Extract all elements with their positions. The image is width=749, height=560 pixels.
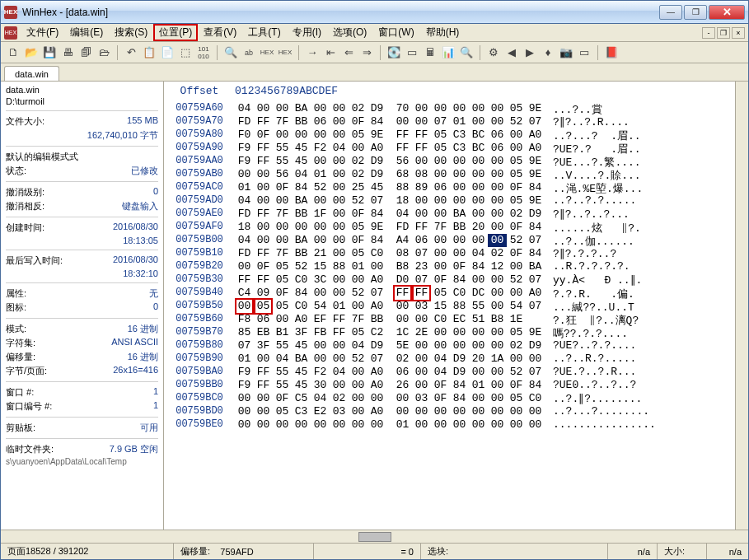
menu-view[interactable]: 查看(V): [198, 24, 242, 41]
byte-cell[interactable]: 00: [330, 115, 349, 128]
byte-cell[interactable]: 00: [412, 352, 431, 366]
byte-cell[interactable]: 00: [507, 352, 526, 366]
ascii-cell[interactable]: ..?..伽......: [545, 234, 735, 247]
byte-cell[interactable]: 01: [235, 181, 254, 194]
ascii-cell[interactable]: ...緘??..U..T: [545, 300, 735, 313]
byte-cell[interactable]: 00: [367, 392, 386, 405]
byte-cell[interactable]: FF: [254, 247, 273, 260]
byte-cell[interactable]: 00: [488, 326, 507, 339]
skip-fwd-icon[interactable]: ▶: [522, 45, 537, 60]
byte-cell[interactable]: 7F: [431, 221, 450, 234]
camera-icon[interactable]: 📷: [559, 45, 573, 60]
byte-cell[interactable]: 3C: [311, 273, 330, 287]
hex-row[interactable]: 00759B90010004BA00005207020004D9201A0000…: [164, 352, 735, 366]
byte-cell[interactable]: 05: [349, 247, 367, 260]
byte-cell[interactable]: 20: [469, 221, 488, 234]
byte-cell[interactable]: 00: [431, 260, 450, 273]
byte-cell[interactable]: 84: [367, 208, 386, 221]
undo-icon[interactable]: ↶: [124, 45, 138, 60]
byte-cell[interactable]: 05: [273, 405, 292, 418]
byte-cell[interactable]: F8: [235, 313, 254, 326]
ascii-cell[interactable]: ..R.?.?.?.?.: [545, 260, 735, 273]
byte-cell[interactable]: 0F: [450, 260, 469, 273]
byte-cell[interactable]: 18: [393, 194, 412, 208]
byte-cell[interactable]: 00: [431, 339, 450, 352]
byte-cell[interactable]: 04: [393, 208, 412, 221]
byte-cell[interactable]: 00: [330, 155, 349, 168]
byte-cell[interactable]: 7F: [349, 313, 367, 326]
byte-cell[interactable]: 00: [526, 352, 545, 366]
byte-cell[interactable]: 01: [349, 260, 367, 273]
byte-cell[interactable]: 45: [292, 339, 311, 352]
ascii-cell[interactable]: ..?...?........: [545, 405, 735, 418]
byte-cell[interactable]: 00: [273, 221, 292, 234]
byte-cell[interactable]: FD: [393, 221, 412, 234]
byte-cell[interactable]: 84: [450, 273, 469, 287]
hex-row[interactable]: 00759B10FDFF7FBB210005C00807000004020F84…: [164, 247, 735, 260]
byte-cell[interactable]: 06: [488, 142, 507, 155]
byte-cell[interactable]: C0: [292, 300, 311, 313]
byte-cell[interactable]: 04: [330, 366, 349, 379]
byte-cell[interactable]: 1C: [393, 326, 412, 339]
byte-cell[interactable]: 52: [311, 181, 330, 194]
byte-cell[interactable]: 00: [254, 181, 273, 194]
byte-cell[interactable]: 00: [412, 208, 431, 221]
byte-cell[interactable]: 07: [367, 352, 386, 366]
byte-cell[interactable]: 00: [311, 339, 330, 352]
byte-cell[interactable]: 00: [450, 234, 469, 247]
byte-cell[interactable]: 9E: [526, 168, 545, 181]
byte-cell[interactable]: 1A: [488, 352, 507, 366]
byte-cell[interactable]: FF: [330, 313, 349, 326]
hex-row[interactable]: 00759BB0F9FF5545300000A026000F8401000F84…: [164, 379, 735, 392]
hex-view[interactable]: Offset 0123456789ABCDEF 00759A60040000BA…: [164, 82, 735, 530]
byte-cell[interactable]: 54: [311, 300, 330, 313]
byte-cell[interactable]: 05: [349, 326, 367, 339]
byte-cell[interactable]: 00: [367, 418, 386, 432]
byte-cell[interactable]: C0: [367, 247, 386, 260]
ascii-cell[interactable]: ..?..R.?.....: [545, 352, 735, 366]
ascii-cell[interactable]: ................: [545, 418, 735, 432]
byte-cell[interactable]: F2: [311, 142, 330, 155]
vertical-scrollbar[interactable]: [735, 82, 748, 530]
byte-cell[interactable]: 07: [526, 234, 545, 247]
byte-cell[interactable]: 01: [235, 352, 254, 366]
byte-cell[interactable]: 00: [292, 221, 311, 234]
byte-cell[interactable]: 00: [431, 155, 450, 168]
byte-cell[interactable]: D9: [367, 155, 386, 168]
goto-prev-icon[interactable]: ⇐: [341, 45, 356, 60]
byte-cell[interactable]: 9E: [526, 194, 545, 208]
byte-cell[interactable]: B8: [393, 260, 412, 273]
byte-cell[interactable]: C5: [292, 392, 311, 405]
byte-cell[interactable]: 05: [507, 392, 526, 405]
byte-cell[interactable]: 0F: [349, 115, 367, 128]
byte-cell[interactable]: BB: [292, 115, 311, 128]
byte-cell[interactable]: 54: [507, 300, 526, 313]
byte-cell[interactable]: BB: [292, 208, 311, 221]
preview-icon[interactable]: 🗐: [78, 45, 93, 60]
byte-cell[interactable]: 52: [507, 366, 526, 379]
minimize-button[interactable]: —: [659, 5, 682, 20]
byte-cell[interactable]: 00: [488, 102, 507, 115]
byte-cell[interactable]: 05: [349, 128, 367, 142]
byte-cell[interactable]: 0F: [507, 379, 526, 392]
byte-cell[interactable]: 55: [273, 339, 292, 352]
byte-cell[interactable]: F9: [235, 379, 254, 392]
menu-options[interactable]: 选项(O): [327, 24, 372, 41]
byte-cell[interactable]: 00: [431, 102, 450, 115]
byte-cell[interactable]: 00: [412, 194, 431, 208]
byte-cell[interactable]: 00: [431, 168, 450, 181]
byte-cell[interactable]: 00: [349, 392, 367, 405]
byte-cell[interactable]: 0F: [254, 128, 273, 142]
hex-row[interactable]: 00759A80F00F00000000059EFFFF05C3BC0600A0…: [164, 128, 735, 142]
byte-cell[interactable]: 45: [292, 366, 311, 379]
mdi-restore[interactable]: ❐: [717, 27, 730, 39]
byte-cell[interactable]: BB: [367, 313, 386, 326]
byte-cell[interactable]: 02: [330, 392, 349, 405]
hex-row[interactable]: 00759AC001000F84520025458889060000000F84…: [164, 181, 735, 194]
byte-cell[interactable]: 00: [412, 339, 431, 352]
byte-cell[interactable]: 0F: [254, 260, 273, 273]
byte-cell[interactable]: A0: [526, 287, 545, 300]
byte-cell[interactable]: B1: [273, 326, 292, 339]
byte-cell[interactable]: 00: [349, 142, 367, 155]
byte-cell[interactable]: 52: [507, 115, 526, 128]
